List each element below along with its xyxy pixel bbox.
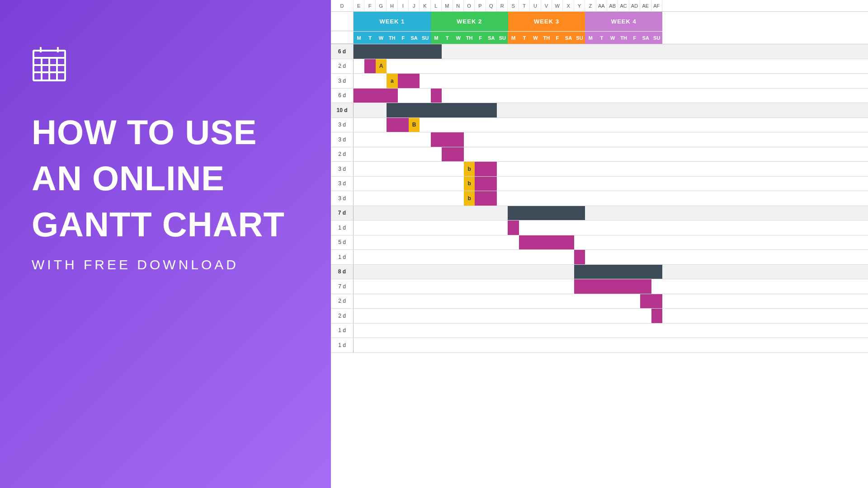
gantt-cell[interactable] (552, 250, 563, 264)
gantt-cell[interactable] (585, 191, 596, 206)
gantt-cell[interactable] (453, 324, 464, 338)
gantt-cell[interactable] (453, 309, 464, 323)
gantt-cell[interactable] (376, 235, 387, 250)
gantt-cell[interactable] (651, 221, 662, 235)
gantt-cell[interactable] (585, 44, 596, 59)
gantt-cell[interactable] (354, 74, 364, 88)
gantt-cell[interactable] (475, 279, 486, 294)
gantt-cell[interactable] (618, 324, 629, 338)
gantt-cell[interactable] (431, 147, 442, 162)
gantt-cell[interactable] (354, 132, 364, 147)
duration-cell[interactable]: 1 d (331, 250, 354, 264)
gantt-cell[interactable] (640, 132, 651, 147)
gantt-cell[interactable] (486, 309, 497, 323)
gantt-cell[interactable] (563, 324, 574, 338)
gantt-cell[interactable] (364, 59, 375, 74)
gantt-cell[interactable] (629, 191, 640, 206)
gantt-cell[interactable] (651, 279, 662, 294)
gantt-cell[interactable] (607, 221, 618, 235)
gantt-cell[interactable] (420, 118, 430, 132)
gantt-cell[interactable] (420, 132, 430, 147)
gantt-cell[interactable] (475, 162, 486, 176)
gantt-cell[interactable] (364, 103, 375, 117)
gantt-cell[interactable] (629, 250, 640, 264)
gantt-cell[interactable] (519, 309, 530, 323)
gantt-cell[interactable] (552, 324, 563, 338)
gantt-cell[interactable] (475, 294, 486, 309)
gantt-cell[interactable] (464, 132, 475, 147)
duration-cell[interactable]: 3 d (331, 177, 354, 191)
gantt-cell[interactable] (387, 309, 397, 323)
gantt-cell[interactable] (651, 74, 662, 88)
gantt-cell[interactable] (629, 162, 640, 176)
gantt-cell[interactable] (563, 59, 574, 74)
gantt-cell[interactable] (574, 89, 585, 103)
gantt-cell[interactable] (475, 103, 486, 117)
gantt-cell[interactable] (574, 103, 585, 117)
gantt-cell[interactable] (552, 44, 563, 59)
gantt-cell[interactable] (563, 338, 574, 352)
day-header[interactable]: M (585, 32, 596, 44)
gantt-cell[interactable] (552, 235, 563, 250)
gantt-cell[interactable] (475, 324, 486, 338)
duration-cell[interactable]: 5 d (331, 235, 354, 250)
gantt-cell[interactable] (376, 250, 387, 264)
gantt-cell[interactable] (552, 147, 563, 162)
gantt-cell[interactable] (409, 103, 420, 117)
gantt-cell[interactable] (508, 132, 519, 147)
gantt-cell[interactable] (420, 103, 430, 117)
gantt-cell[interactable] (618, 162, 629, 176)
gantt-cell[interactable] (398, 309, 409, 323)
day-header[interactable]: SU (574, 32, 585, 44)
gantt-cell[interactable] (629, 324, 640, 338)
gantt-cell[interactable] (541, 279, 552, 294)
gantt-cell[interactable] (376, 118, 387, 132)
gantt-cell[interactable] (364, 235, 375, 250)
gantt-cell[interactable] (530, 206, 541, 221)
duration-cell[interactable]: 10 d (331, 103, 354, 117)
gantt-cell[interactable] (442, 89, 453, 103)
gantt-cell[interactable] (354, 59, 364, 74)
gantt-cell[interactable] (596, 309, 607, 323)
gantt-cell[interactable] (563, 118, 574, 132)
gantt-cell[interactable] (376, 191, 387, 206)
gantt-cell[interactable] (497, 324, 508, 338)
column-header[interactable]: AE (640, 0, 651, 11)
gantt-cell[interactable] (607, 132, 618, 147)
day-header[interactable]: F (398, 32, 409, 44)
gantt-cell[interactable] (431, 74, 442, 88)
gantt-cell[interactable] (651, 324, 662, 338)
gantt-cell[interactable] (497, 250, 508, 264)
gantt-cell[interactable] (398, 250, 409, 264)
gantt-cell[interactable] (596, 118, 607, 132)
gantt-cell[interactable] (376, 221, 387, 235)
gantt-cell[interactable] (497, 89, 508, 103)
gantt-cell[interactable] (519, 89, 530, 103)
gantt-cell[interactable] (607, 89, 618, 103)
gantt-cell[interactable] (640, 338, 651, 352)
gantt-cell[interactable] (618, 177, 629, 191)
gantt-cell[interactable] (409, 74, 420, 88)
gantt-cell[interactable] (464, 221, 475, 235)
gantt-cell[interactable] (409, 132, 420, 147)
gantt-cell[interactable] (585, 235, 596, 250)
gantt-cell[interactable] (651, 265, 662, 279)
gantt-cell[interactable] (640, 235, 651, 250)
gantt-cell[interactable] (596, 294, 607, 309)
gantt-cell[interactable] (585, 147, 596, 162)
gantt-cell[interactable] (574, 309, 585, 323)
gantt-cell[interactable] (453, 221, 464, 235)
gantt-cell[interactable] (442, 177, 453, 191)
duration-cell[interactable]: 3 d (331, 191, 354, 206)
gantt-cell[interactable] (354, 309, 364, 323)
gantt-cell[interactable] (431, 132, 442, 147)
gantt-cell[interactable] (530, 294, 541, 309)
gantt-cell[interactable] (596, 132, 607, 147)
gantt-cell[interactable] (651, 206, 662, 221)
gantt-cell[interactable] (640, 206, 651, 221)
column-header[interactable]: M (442, 0, 453, 11)
gantt-cell[interactable] (541, 177, 552, 191)
gantt-cell[interactable] (618, 206, 629, 221)
gantt-cell[interactable] (607, 279, 618, 294)
gantt-cell[interactable] (409, 191, 420, 206)
